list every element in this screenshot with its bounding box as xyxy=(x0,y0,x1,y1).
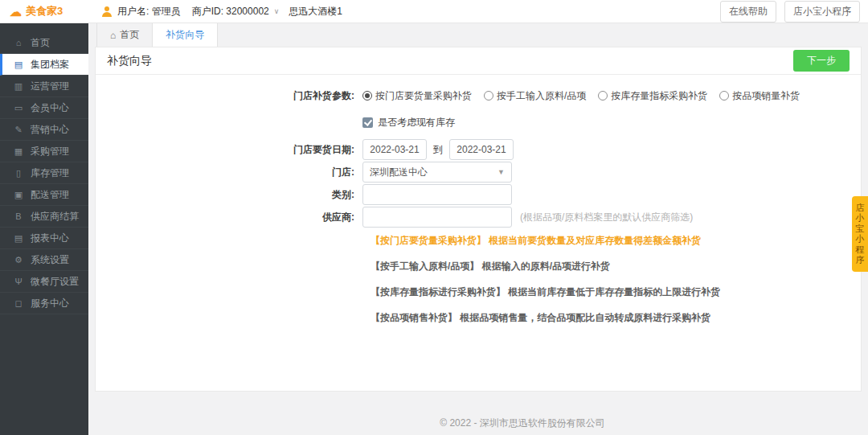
hint-line: 【按品项销售补货】 根据品项销售量，结合品项配比自动转成原料进行采购补货 xyxy=(371,311,861,325)
sidebar-item-icon: ▭ xyxy=(13,103,24,113)
top-header: ☁ 美食家3 用户名: 管理员 商户ID: 32000002 ∨ 思迅大酒楼1 … xyxy=(0,0,868,23)
sidebar-item-label: 服务中心 xyxy=(31,297,69,310)
chevron-down-icon[interactable]: ∨ xyxy=(274,7,280,15)
sidebar-item-label: 报表中心 xyxy=(31,232,69,245)
miniprogram-button[interactable]: 店小宝小程序 xyxy=(784,1,860,23)
sidebar-item[interactable]: ▤ 集团档案 xyxy=(0,54,88,76)
sidebar-item[interactable]: ▯ 库存管理 xyxy=(0,162,88,184)
tab[interactable]: ⌂ 首页 xyxy=(96,23,153,47)
hint-line: 【按门店要货量采购补货】 根据当前要货数量及对应库存数量得差额金额补货 xyxy=(371,234,861,248)
sidebar-item-label: 库存管理 xyxy=(31,166,69,180)
date-to-input[interactable] xyxy=(449,139,514,160)
radio-label: 按库存量指标采购补货 xyxy=(611,89,707,103)
checkbox-checked-icon xyxy=(362,117,373,128)
username-label: 用户名: 管理员 xyxy=(117,5,181,18)
radio-icon xyxy=(362,91,372,101)
tab-label: 首页 xyxy=(120,28,139,42)
consider-stock-checkbox[interactable]: 是否考虑现有库存 xyxy=(362,116,455,129)
sidebar-item[interactable]: ▭ 会员中心 xyxy=(0,97,88,119)
sidebar-item[interactable]: ▣ 配送管理 xyxy=(0,184,88,206)
supplier-row: 供应商: (根据品项/原料档案里的默认供应商筛选) xyxy=(96,207,861,228)
tab-label: 补货向导 xyxy=(166,28,204,42)
sidebar-item-icon: ⚙ xyxy=(13,255,24,265)
radio-label: 按手工输入原料/品项 xyxy=(497,89,586,103)
checkbox-label: 是否考虑现有库存 xyxy=(378,116,455,129)
user-avatar-icon xyxy=(101,6,113,17)
radio-icon xyxy=(598,91,608,101)
sidebar-item[interactable]: ▦ 采购管理 xyxy=(0,141,88,162)
next-step-button[interactable]: 下一步 xyxy=(793,50,850,72)
select-caret-icon: ▼ xyxy=(497,168,505,176)
date-from-input[interactable] xyxy=(362,139,427,160)
sidebar-item-icon: ✎ xyxy=(13,125,24,135)
store-row: 门店: 深圳配送中心 ▼ xyxy=(96,162,861,183)
sidebar-item[interactable]: ✎ 营销中心 xyxy=(0,119,88,141)
sidebar-item-label: 集团档案 xyxy=(31,58,69,72)
radio-icon xyxy=(484,91,493,101)
card-header: 补货向导 下一步 xyxy=(96,47,861,75)
content-card: 补货向导 下一步 门店补货参数: 按门店要货量采购补货 按手工输入原料/品项 按… xyxy=(95,47,862,392)
sidebar-item-icon: ◻ xyxy=(13,298,24,309)
cloud-logo-icon: ☁ xyxy=(10,6,22,18)
sidebar-item-icon: ▥ xyxy=(13,81,24,92)
date-range-row: 门店要货日期: 到 xyxy=(96,139,861,160)
sidebar-item-label: 会员中心 xyxy=(31,101,69,115)
sidebar-item-label: 运营管理 xyxy=(31,80,69,93)
sidebar-item[interactable]: ◻ 服务中心 xyxy=(0,293,88,314)
sidebar-item-label: 配送管理 xyxy=(31,188,69,202)
store-select-value: 深圳配送中心 xyxy=(370,166,428,179)
sidebar-item-icon: ▤ xyxy=(13,60,24,70)
radio-label: 按门店要货量采购补货 xyxy=(375,89,472,103)
category-input[interactable] xyxy=(362,184,512,205)
sidebar-item-label: 微餐厅设置 xyxy=(31,275,79,289)
merchant-id-label: 商户ID: 32000002 xyxy=(192,5,269,18)
radio-option[interactable]: 按门店要货量采购补货 xyxy=(362,89,472,103)
sidebar-item-icon: ▤ xyxy=(13,233,24,244)
params-row: 门店补货参数: 按门店要货量采购补货 按手工输入原料/品项 按库存量指标采购补货… xyxy=(96,85,861,106)
supplier-label: 供应商: xyxy=(96,211,362,224)
footer-copyright: © 2022 - 深圳市思迅软件股份有限公司 xyxy=(177,417,868,430)
sidebar-item[interactable]: ⚙ 系统设置 xyxy=(0,249,88,271)
sidebar-item[interactable]: ▤ 报表中心 xyxy=(0,228,88,249)
radio-option[interactable]: 按手工输入原料/品项 xyxy=(484,89,586,103)
page-title: 补货向导 xyxy=(107,54,152,68)
sidebar-item-label: 供应商结算 xyxy=(31,210,79,224)
hint-list: 【按门店要货量采购补货】 根据当前要货数量及对应库存数量得差额金额补货【按手工输… xyxy=(371,234,861,325)
radio-group: 按门店要货量采购补货 按手工输入原料/品项 按库存量指标采购补货 按品项销量补货 xyxy=(362,89,812,103)
tab-bar: ⌂ 首页 补货向导 xyxy=(88,23,868,47)
sidebar-item-label: 营销中心 xyxy=(31,123,69,137)
sidebar-item[interactable]: Ψ 微餐厅设置 xyxy=(0,271,88,293)
sidebar-item-icon: ▣ xyxy=(13,190,24,200)
radio-icon xyxy=(719,91,729,101)
supplier-input[interactable] xyxy=(362,207,512,228)
app-window: ☁ 美食家3 用户名: 管理员 商户ID: 32000002 ∨ 思迅大酒楼1 … xyxy=(0,0,868,435)
category-row: 类别: xyxy=(96,184,861,205)
sidebar-item-label: 系统设置 xyxy=(31,253,69,267)
sidebar-item[interactable]: ⌂ 首页 xyxy=(0,32,88,54)
user-info: 用户名: 管理员 商户ID: 32000002 ∨ 思迅大酒楼1 xyxy=(101,5,342,18)
sidebar-item-icon: Ψ xyxy=(13,277,24,286)
category-label: 类别: xyxy=(96,188,362,202)
sidebar-item-label: 采购管理 xyxy=(31,145,69,158)
replenish-form: 门店补货参数: 按门店要货量采购补货 按手工输入原料/品项 按库存量指标采购补货… xyxy=(96,75,861,325)
store-select[interactable]: 深圳配送中心 ▼ xyxy=(362,162,512,183)
sidebar-item[interactable]: ▥ 运营管理 xyxy=(0,76,88,97)
app-logo: ☁ 美食家3 xyxy=(0,4,88,18)
hint-line: 【按手工输入原料/品项】 根据输入的原料/品项进行补货 xyxy=(371,260,861,273)
sidebar-item-icon: ▦ xyxy=(13,146,24,157)
online-help-button[interactable]: 在线帮助 xyxy=(720,1,776,23)
miniprogram-side-tab[interactable]: 店小宝小程序 xyxy=(852,196,868,272)
radio-option[interactable]: 按库存量指标采购补货 xyxy=(598,89,707,103)
params-label: 门店补货参数: xyxy=(96,89,362,103)
consider-stock-row: 是否考虑现有库存 xyxy=(96,112,861,133)
tab[interactable]: 补货向导 xyxy=(153,23,218,47)
tab-icon: ⌂ xyxy=(110,30,116,41)
sidebar-item-icon: B xyxy=(13,211,24,221)
radio-label: 按品项销量补货 xyxy=(732,89,800,103)
main-area: ⌂ 首页 补货向导 补货向导 下一步 门店补货参数: 按门店要货量采购补货 按手… xyxy=(88,23,868,435)
store-label: 门店: xyxy=(96,166,362,179)
radio-option[interactable]: 按品项销量补货 xyxy=(719,89,800,103)
sidebar-item-icon: ⌂ xyxy=(13,38,24,47)
sidebar-item-label: 首页 xyxy=(31,36,50,50)
sidebar-item[interactable]: B 供应商结算 xyxy=(0,206,88,228)
